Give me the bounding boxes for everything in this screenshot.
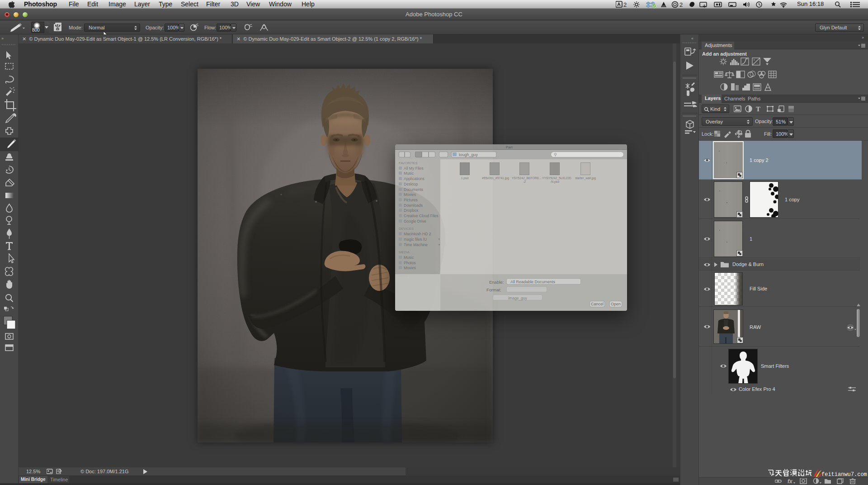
svg-text:-: - [757, 62, 758, 65]
svg-text:T: T [756, 105, 760, 113]
svg-text:2: 2 [679, 1, 683, 8]
svg-text:2: 2 [623, 1, 627, 8]
svg-text:+: + [753, 58, 755, 62]
